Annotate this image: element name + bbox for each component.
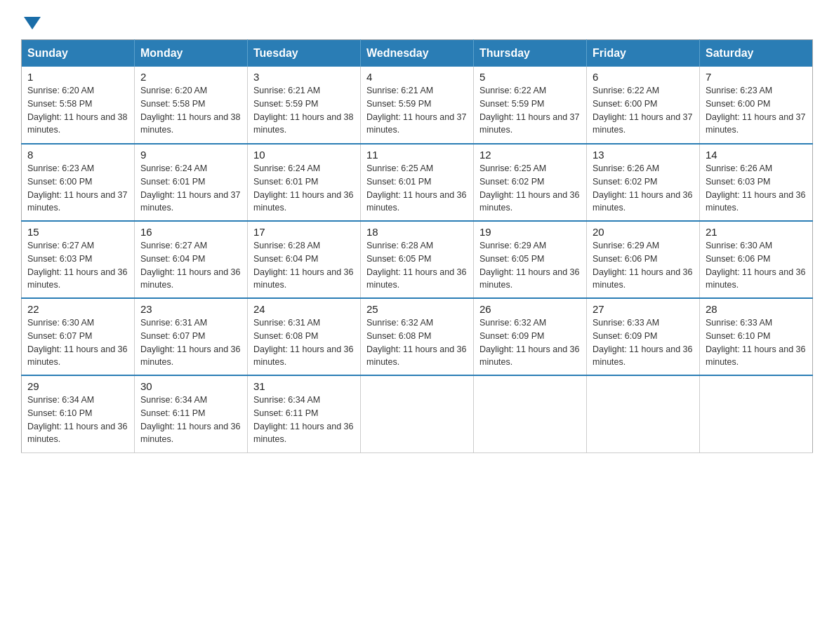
day-info: Sunrise: 6:21 AMSunset: 5:59 PMDaylight:… bbox=[366, 84, 468, 137]
weekday-header-wednesday: Wednesday bbox=[361, 40, 474, 67]
day-number: 2 bbox=[140, 71, 241, 83]
day-info: Sunrise: 6:26 AMSunset: 6:03 PMDaylight:… bbox=[706, 162, 807, 215]
day-info: Sunrise: 6:30 AMSunset: 6:06 PMDaylight:… bbox=[706, 239, 807, 292]
day-number: 8 bbox=[27, 149, 128, 161]
calendar-cell: 7Sunrise: 6:23 AMSunset: 6:00 PMDaylight… bbox=[700, 67, 813, 144]
day-number: 19 bbox=[479, 226, 581, 238]
day-info: Sunrise: 6:33 AMSunset: 6:10 PMDaylight:… bbox=[706, 316, 807, 369]
calendar-week-row: 22Sunrise: 6:30 AMSunset: 6:07 PMDayligh… bbox=[22, 298, 813, 375]
calendar-cell: 17Sunrise: 6:28 AMSunset: 6:04 PMDayligh… bbox=[248, 221, 361, 298]
calendar-cell: 1Sunrise: 6:20 AMSunset: 5:58 PMDaylight… bbox=[22, 67, 135, 144]
day-number: 21 bbox=[706, 226, 807, 238]
day-info: Sunrise: 6:28 AMSunset: 6:04 PMDaylight:… bbox=[253, 239, 355, 292]
calendar-cell: 24Sunrise: 6:31 AMSunset: 6:08 PMDayligh… bbox=[248, 298, 361, 375]
day-info: Sunrise: 6:32 AMSunset: 6:09 PMDaylight:… bbox=[479, 316, 581, 369]
day-info: Sunrise: 6:27 AMSunset: 6:03 PMDaylight:… bbox=[27, 239, 128, 292]
day-info: Sunrise: 6:30 AMSunset: 6:07 PMDaylight:… bbox=[27, 316, 128, 369]
weekday-header-monday: Monday bbox=[135, 40, 248, 67]
day-number: 1 bbox=[27, 71, 128, 83]
calendar-cell: 15Sunrise: 6:27 AMSunset: 6:03 PMDayligh… bbox=[22, 221, 135, 298]
day-number: 28 bbox=[706, 303, 807, 315]
day-number: 10 bbox=[253, 149, 355, 161]
day-info: Sunrise: 6:25 AMSunset: 6:01 PMDaylight:… bbox=[366, 162, 468, 215]
day-number: 6 bbox=[593, 71, 694, 83]
weekday-header-saturday: Saturday bbox=[700, 40, 813, 67]
weekday-header-tuesday: Tuesday bbox=[248, 40, 361, 67]
day-info: Sunrise: 6:34 AMSunset: 6:10 PMDaylight:… bbox=[27, 394, 128, 446]
calendar-cell: 29Sunrise: 6:34 AMSunset: 6:10 PMDayligh… bbox=[22, 375, 135, 452]
day-number: 5 bbox=[479, 71, 581, 83]
day-number: 13 bbox=[593, 149, 694, 161]
day-number: 4 bbox=[366, 71, 468, 83]
day-info: Sunrise: 6:23 AMSunset: 6:00 PMDaylight:… bbox=[27, 162, 128, 215]
page-header bbox=[21, 14, 813, 25]
weekday-header-friday: Friday bbox=[587, 40, 700, 67]
calendar-cell: 22Sunrise: 6:30 AMSunset: 6:07 PMDayligh… bbox=[22, 298, 135, 375]
day-number: 30 bbox=[140, 380, 241, 392]
calendar-cell: 16Sunrise: 6:27 AMSunset: 6:04 PMDayligh… bbox=[135, 221, 248, 298]
calendar-week-row: 29Sunrise: 6:34 AMSunset: 6:10 PMDayligh… bbox=[22, 375, 813, 452]
calendar-table: SundayMondayTuesdayWednesdayThursdayFrid… bbox=[21, 39, 813, 453]
day-number: 11 bbox=[366, 149, 468, 161]
weekday-header-sunday: Sunday bbox=[22, 40, 135, 67]
day-info: Sunrise: 6:34 AMSunset: 6:11 PMDaylight:… bbox=[253, 394, 355, 446]
calendar-cell: 20Sunrise: 6:29 AMSunset: 6:06 PMDayligh… bbox=[587, 221, 700, 298]
calendar-cell: 26Sunrise: 6:32 AMSunset: 6:09 PMDayligh… bbox=[474, 298, 587, 375]
day-info: Sunrise: 6:31 AMSunset: 6:07 PMDaylight:… bbox=[140, 316, 241, 369]
day-info: Sunrise: 6:28 AMSunset: 6:05 PMDaylight:… bbox=[366, 239, 468, 292]
calendar-cell: 12Sunrise: 6:25 AMSunset: 6:02 PMDayligh… bbox=[474, 144, 587, 221]
day-number: 20 bbox=[593, 226, 694, 238]
calendar-cell: 14Sunrise: 6:26 AMSunset: 6:03 PMDayligh… bbox=[700, 144, 813, 221]
day-number: 9 bbox=[140, 149, 241, 161]
logo bbox=[21, 14, 41, 25]
day-number: 7 bbox=[706, 71, 807, 83]
day-info: Sunrise: 6:24 AMSunset: 6:01 PMDaylight:… bbox=[140, 162, 241, 215]
calendar-cell: 6Sunrise: 6:22 AMSunset: 6:00 PMDaylight… bbox=[587, 67, 700, 144]
calendar-cell: 21Sunrise: 6:30 AMSunset: 6:06 PMDayligh… bbox=[700, 221, 813, 298]
calendar-cell: 28Sunrise: 6:33 AMSunset: 6:10 PMDayligh… bbox=[700, 298, 813, 375]
day-number: 17 bbox=[253, 226, 355, 238]
day-number: 25 bbox=[366, 303, 468, 315]
calendar-cell: 25Sunrise: 6:32 AMSunset: 6:08 PMDayligh… bbox=[361, 298, 474, 375]
day-info: Sunrise: 6:23 AMSunset: 6:00 PMDaylight:… bbox=[706, 84, 807, 137]
logo-general bbox=[21, 14, 41, 29]
day-number: 12 bbox=[479, 149, 581, 161]
day-info: Sunrise: 6:22 AMSunset: 5:59 PMDaylight:… bbox=[479, 84, 581, 137]
weekday-header-thursday: Thursday bbox=[474, 40, 587, 67]
day-info: Sunrise: 6:32 AMSunset: 6:08 PMDaylight:… bbox=[366, 316, 468, 369]
calendar-cell bbox=[587, 375, 700, 452]
logo-arrow-icon bbox=[24, 17, 41, 29]
calendar-cell: 3Sunrise: 6:21 AMSunset: 5:59 PMDaylight… bbox=[248, 67, 361, 144]
calendar-week-row: 1Sunrise: 6:20 AMSunset: 5:58 PMDaylight… bbox=[22, 67, 813, 144]
day-number: 3 bbox=[253, 71, 355, 83]
day-number: 14 bbox=[706, 149, 807, 161]
day-number: 16 bbox=[140, 226, 241, 238]
calendar-cell: 18Sunrise: 6:28 AMSunset: 6:05 PMDayligh… bbox=[361, 221, 474, 298]
day-number: 31 bbox=[253, 380, 355, 392]
calendar-cell: 30Sunrise: 6:34 AMSunset: 6:11 PMDayligh… bbox=[135, 375, 248, 452]
calendar-cell bbox=[361, 375, 474, 452]
day-number: 24 bbox=[253, 303, 355, 315]
calendar-cell: 9Sunrise: 6:24 AMSunset: 6:01 PMDaylight… bbox=[135, 144, 248, 221]
calendar-cell: 31Sunrise: 6:34 AMSunset: 6:11 PMDayligh… bbox=[248, 375, 361, 452]
day-info: Sunrise: 6:25 AMSunset: 6:02 PMDaylight:… bbox=[479, 162, 581, 215]
day-number: 27 bbox=[593, 303, 694, 315]
calendar-week-row: 8Sunrise: 6:23 AMSunset: 6:00 PMDaylight… bbox=[22, 144, 813, 221]
day-info: Sunrise: 6:34 AMSunset: 6:11 PMDaylight:… bbox=[140, 394, 241, 446]
day-number: 18 bbox=[366, 226, 468, 238]
day-info: Sunrise: 6:31 AMSunset: 6:08 PMDaylight:… bbox=[253, 316, 355, 369]
day-number: 15 bbox=[27, 226, 128, 238]
day-number: 26 bbox=[479, 303, 581, 315]
calendar-cell: 4Sunrise: 6:21 AMSunset: 5:59 PMDaylight… bbox=[361, 67, 474, 144]
calendar-cell: 10Sunrise: 6:24 AMSunset: 6:01 PMDayligh… bbox=[248, 144, 361, 221]
day-number: 29 bbox=[27, 380, 128, 392]
calendar-cell: 27Sunrise: 6:33 AMSunset: 6:09 PMDayligh… bbox=[587, 298, 700, 375]
calendar-cell: 5Sunrise: 6:22 AMSunset: 5:59 PMDaylight… bbox=[474, 67, 587, 144]
day-info: Sunrise: 6:29 AMSunset: 6:06 PMDaylight:… bbox=[593, 239, 694, 292]
day-info: Sunrise: 6:22 AMSunset: 6:00 PMDaylight:… bbox=[593, 84, 694, 137]
calendar-header-row: SundayMondayTuesdayWednesdayThursdayFrid… bbox=[22, 40, 813, 67]
calendar-week-row: 15Sunrise: 6:27 AMSunset: 6:03 PMDayligh… bbox=[22, 221, 813, 298]
day-info: Sunrise: 6:21 AMSunset: 5:59 PMDaylight:… bbox=[253, 84, 355, 137]
calendar-cell: 23Sunrise: 6:31 AMSunset: 6:07 PMDayligh… bbox=[135, 298, 248, 375]
day-number: 23 bbox=[140, 303, 241, 315]
